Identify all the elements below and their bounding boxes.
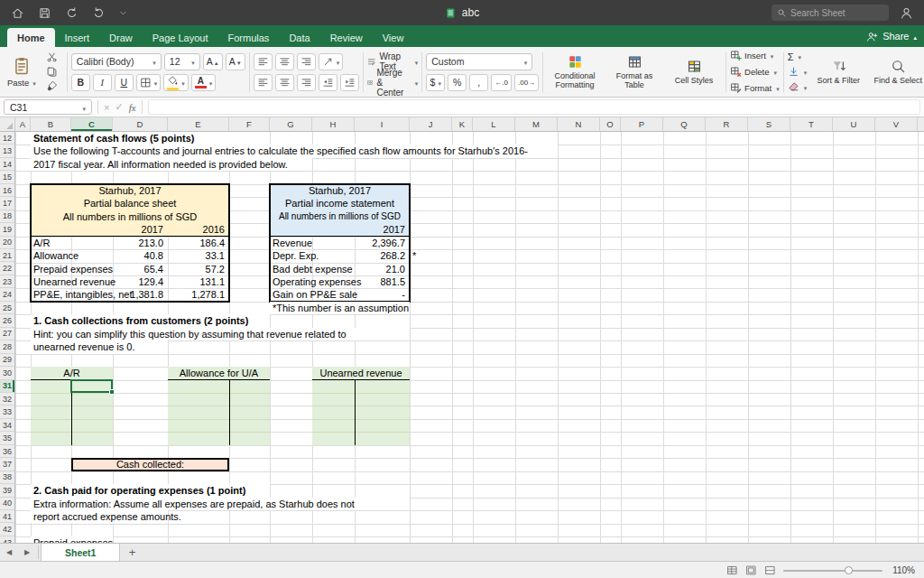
column-header-K[interactable]: K [452,117,473,131]
column-header-C[interactable]: C [71,117,113,131]
increase-indent-button[interactable] [340,74,359,91]
fill-button[interactable] [788,65,808,79]
column-header-R[interactable]: R [706,117,748,131]
column-header-I[interactable]: I [355,117,410,131]
font-color-button[interactable]: A [191,74,217,91]
row-header-38[interactable]: 38 [0,471,14,484]
question2-extra-1[interactable]: Extra information: Assume all expenses a… [31,498,410,510]
row-header-37[interactable]: 37 [0,458,14,471]
question1-hint-1[interactable]: Hint: you can simplify this question by … [31,328,410,340]
row-header-16[interactable]: 16 [0,184,14,197]
format-as-table-button[interactable]: Format as Table [606,53,662,90]
intro-line-2[interactable]: 2017 fiscal year. All information needed… [31,158,312,171]
delete-cells-button[interactable]: Delete [730,65,777,78]
balance-sheet-value-2016[interactable]: 186.4 [168,237,229,249]
income-statement-value[interactable]: 2,396.7 [355,237,410,249]
row-header-36[interactable]: 36 [0,445,14,458]
row-header-12[interactable]: 12 [0,132,14,144]
column-header-P[interactable]: P [621,117,663,131]
income-statement-col-2017[interactable]: 2017 [355,223,410,236]
ribbon-tab-review[interactable]: Review [320,28,373,47]
spreadsheet-grid[interactable]: Statement of cash flows (5 points)Use th… [0,132,924,543]
row-header-27[interactable]: 27 [0,328,14,340]
page-layout-view-icon[interactable] [745,564,757,576]
row-header-26[interactable]: 26 [0,314,14,327]
income-statement-label[interactable]: Bad debt expense [270,263,355,275]
balance-sheet-value-2016[interactable]: 57.2 [168,263,229,275]
balance-sheet-value-2016[interactable]: 1,278.1 [168,288,229,301]
balance-sheet-col-2016[interactable]: 2016 [168,223,229,236]
toolbar-options-icon[interactable] [119,9,127,17]
merge-center-button[interactable]: Merge & Center [367,74,419,91]
row-header-41[interactable]: 41 [0,510,14,523]
row-header-40[interactable]: 40 [0,498,14,510]
cash-collected-box[interactable]: Cash collected: [71,458,229,471]
bold-button[interactable]: B [71,74,90,91]
column-header-O[interactable]: O [600,117,621,131]
income-statement-footnote[interactable]: *This number is an assumption [270,302,410,314]
grow-font-button[interactable]: A [203,53,223,70]
conditional-formatting-button[interactable]: Conditional Formatting [547,53,603,90]
row-header-43[interactable]: 43 [0,536,14,543]
sheet-title[interactable]: Statement of cash flows (5 points) [31,132,270,144]
format-cells-button[interactable]: Format [730,82,780,95]
balance-sheet-title[interactable]: Starhub, 2017 [31,184,229,197]
column-header-G[interactable]: G [270,117,312,131]
income-statement-title[interactable]: Starhub, 2017 [270,184,410,197]
t-account-header[interactable]: A/R [31,367,113,379]
row-header-25[interactable]: 25 [0,302,14,314]
row-header-23[interactable]: 23 [0,275,14,288]
partial-row-label[interactable]: Prepaid expenses [31,536,113,543]
row-header-29[interactable]: 29 [0,354,14,367]
redo-icon[interactable] [92,6,106,20]
decrease-indent-button[interactable] [319,74,337,91]
formula-input[interactable] [148,99,920,115]
zoom-slider-thumb[interactable] [845,566,853,574]
column-header-V[interactable]: V [875,117,918,131]
cancel-entry-icon[interactable]: × [104,102,109,113]
intro-line-1[interactable]: Use the following T-accounts and journal… [31,144,558,157]
align-center-button[interactable] [275,74,294,91]
income-statement-value[interactable]: - [355,288,410,301]
autosum-button[interactable]: Σ [788,50,808,63]
row-header-20[interactable]: 20 [0,237,14,249]
row-header-28[interactable]: 28 [0,340,14,353]
balance-sheet-value-2016[interactable]: 131.1 [168,275,229,288]
align-top-button[interactable] [254,53,273,70]
copy-button[interactable] [42,66,63,79]
row-header-18[interactable]: 18 [0,210,14,223]
balance-sheet-value-2016[interactable]: 33.1 [168,249,229,262]
row-header-30[interactable]: 30 [0,367,14,379]
row-header-34[interactable]: 34 [0,419,14,432]
column-header-J[interactable]: J [410,117,452,131]
select-all-button[interactable] [0,117,15,131]
align-bottom-button[interactable] [297,53,316,70]
row-header-13[interactable]: 13 [0,144,14,157]
balance-sheet-value-2017[interactable]: 40.8 [113,249,168,262]
t-account-header[interactable]: Unearned revenue [312,367,410,379]
balance-sheet-value-2017[interactable]: 1,381.8 [113,288,168,301]
balance-sheet-value-2017[interactable]: 129.4 [113,275,168,288]
fill-color-button[interactable] [163,74,189,91]
row-header-15[interactable]: 15 [0,171,14,183]
column-header-U[interactable]: U [833,117,875,131]
insert-cells-button[interactable]: Insert [730,49,773,61]
align-right-button[interactable] [297,74,316,91]
row-header-31[interactable]: 31 [0,380,14,393]
cell-styles-button[interactable]: Cell Styles [666,58,722,86]
home-icon[interactable] [11,6,24,20]
format-painter-button[interactable] [42,80,63,93]
confirm-entry-icon[interactable]: ✓ [115,101,123,113]
column-header-B[interactable]: B [31,117,71,131]
shrink-font-button[interactable]: A [226,53,245,70]
t-account-header[interactable]: Allowance for U/A [168,367,270,379]
income-statement-label[interactable]: Depr. Exp. [270,249,355,262]
column-header-M[interactable]: M [515,117,558,131]
name-box[interactable]: C31 [4,99,92,115]
balance-sheet-subtitle[interactable]: Partial balance sheet [31,197,229,210]
income-statement-note[interactable]: * [410,249,452,262]
cells-layer[interactable]: Statement of cash flows (5 points)Use th… [0,132,924,543]
column-header-N[interactable]: N [558,117,600,131]
ribbon-tab-home[interactable]: Home [7,28,55,47]
row-header-21[interactable]: 21 [0,249,14,262]
